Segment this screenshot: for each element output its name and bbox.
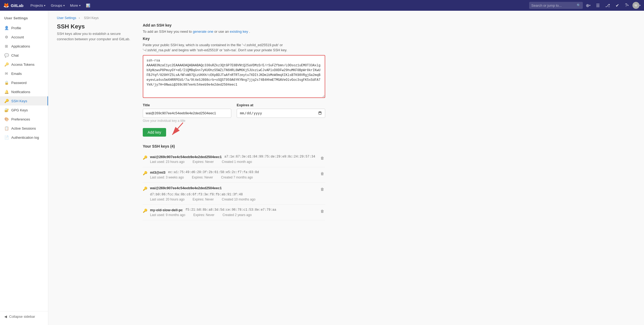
breadcrumb-separator: ›: [79, 16, 80, 20]
key-last-used: Last used: 23 hours ago: [150, 160, 185, 164]
sidebar-item-gpg-keys[interactable]: 🔐 GPG Keys: [0, 105, 48, 115]
subtitle-text: SSH keys allow you to establish a secure…: [57, 32, 130, 41]
key-info: wai@269c907ee4c54eeb9e4e2ded2504eec1 a7:…: [150, 155, 317, 164]
delete-key-button[interactable]: 🗑: [319, 208, 325, 214]
expires-label: Expires at: [237, 103, 325, 107]
title-group: Title Give your individual key a title: [143, 103, 231, 123]
sidebar-label-chat: Chat: [11, 53, 19, 57]
expires-input[interactable]: [237, 109, 325, 118]
user-avatar-btn[interactable]: W ▾: [632, 1, 641, 10]
sidebar-item-preferences[interactable]: 🎨 Preferences: [0, 115, 48, 124]
key-name: ml3@ml3: [150, 170, 165, 174]
generate-link[interactable]: generate one: [193, 30, 213, 34]
key-name: wai@269c907ee4c54eeb9e4e2ded2504eec1: [150, 186, 222, 190]
groups-label: Groups: [51, 3, 62, 8]
key-last-used: Last used: 20 hours ago: [150, 198, 185, 201]
key-created: Created 10 months ago: [222, 198, 255, 201]
key-icon: 🔑: [143, 187, 147, 191]
sidebar-item-profile[interactable]: 👤 Profile: [0, 23, 48, 32]
emails-icon: ✉: [4, 71, 9, 76]
ssh-keys-icon: 🔑: [4, 99, 9, 103]
merge-request-btn[interactable]: ⎇: [603, 1, 612, 10]
keys-section-title: Your SSH keys (4): [143, 144, 325, 148]
nav-groups[interactable]: Groups ▾: [48, 0, 67, 11]
nav-more[interactable]: More ▾: [67, 0, 83, 11]
brand-label: GitLab: [11, 3, 24, 8]
issues-icon: ✔: [616, 3, 619, 8]
breadcrumb: User Settings › SSH Keys: [57, 16, 635, 20]
sidebar-label-account: Account: [11, 35, 24, 39]
key-expires: Expires: Never: [192, 176, 213, 179]
key-expires: Expires: Never: [193, 213, 214, 217]
form-row: Title Give your individual key a title E…: [143, 103, 325, 123]
chevron-icon: ▾: [639, 4, 641, 7]
sidebar-label-gpg-keys: GPG Keys: [11, 108, 28, 112]
top-navbar: 🦊 GitLab Projects ▾ Groups ▾ More ▾ 📊 🔍 …: [0, 0, 644, 11]
sidebar-item-auth-log[interactable]: 📄 Authentication log: [0, 133, 48, 142]
collapse-sidebar-btn[interactable]: ◀ Collapse sidebar: [0, 311, 48, 322]
todo-btn[interactable]: ☰: [594, 1, 602, 10]
delete-key-button[interactable]: 🗑: [319, 170, 325, 177]
more-label: More: [70, 3, 78, 8]
search-input[interactable]: [529, 2, 583, 9]
key-meta: Last used: 9 months ago Expires: Never C…: [150, 213, 317, 217]
key-fingerprint: d7:b0:86:fcc:6a:0b:c6:6f:f3:3e:f8:fb:ab:…: [150, 193, 243, 196]
key-textarea[interactable]: ssh-rsa AAAAB3NzaC1yc2EAAAADAQABAABAQc33…: [143, 55, 325, 98]
issues-btn[interactable]: ✔: [613, 1, 621, 10]
nav-projects[interactable]: Projects ▾: [28, 0, 48, 11]
sidebar-item-notifications[interactable]: 🔔 Notifications: [0, 87, 48, 96]
sidebar-item-active-sessions[interactable]: 📋 Active Sessions: [0, 124, 48, 133]
gitlab-logo: 🦊: [3, 2, 9, 8]
preferences-icon: 🎨: [4, 117, 9, 121]
chat-icon: 💬: [4, 53, 9, 57]
key-desc: Paste your public SSH key, which is usua…: [143, 42, 325, 53]
sidebar-item-applications[interactable]: ⊞ Applications: [0, 42, 48, 51]
sidebar-title: User Settings: [0, 14, 48, 23]
sidebar-label-password: Password: [11, 81, 27, 85]
key-name-row: wai@269c907ee4c54eeb9e4e2ded2504eec1 d7:…: [150, 186, 317, 196]
svg-line-1: [172, 123, 183, 135]
delete-key-button[interactable]: 🗑: [319, 186, 325, 192]
sidebar-label-access-tokens: Access Tokens: [11, 63, 34, 67]
existing-link[interactable]: existing key: [230, 30, 248, 34]
key-icon: 🔑: [143, 209, 147, 213]
key-name: my-old-slow-dell-pc: [150, 208, 183, 212]
plus-menu-btn[interactable]: ⊕ ▾: [584, 1, 592, 10]
brand[interactable]: 🦊 GitLab: [3, 2, 24, 8]
plus-icon: ⊕: [586, 3, 589, 8]
sidebar-item-password[interactable]: 🔒 Password: [0, 78, 48, 87]
breadcrumb-parent[interactable]: User Settings: [57, 16, 76, 20]
main-content: User Settings › SSH Keys SSH Keys SSH ke…: [48, 11, 644, 325]
sidebar-item-chat[interactable]: 💬 Chat: [0, 51, 48, 60]
collapse-icon: ◀: [4, 315, 7, 319]
help-btn[interactable]: ? ▾: [623, 1, 631, 10]
key-label: Key: [143, 36, 325, 41]
title-hint: Give your individual key a title: [143, 119, 231, 123]
add-key-button[interactable]: Add key: [143, 128, 166, 137]
sidebar-item-account[interactable]: ⚙ Account: [0, 32, 48, 42]
chevron-down-icon: ▾: [63, 4, 65, 7]
sidebar-label-emails: Emails: [11, 72, 22, 76]
access-tokens-icon: 🔑: [4, 62, 9, 67]
applications-icon: ⊞: [4, 44, 9, 48]
title-label: Title: [143, 103, 231, 107]
key-meta: Last used: 20 hours ago Expires: Never C…: [150, 198, 317, 201]
title-input[interactable]: [143, 109, 231, 118]
key-created: Created 7 months ago: [221, 176, 253, 179]
active-sessions-icon: 📋: [4, 126, 9, 130]
delete-key-button[interactable]: 🗑: [319, 155, 325, 161]
key-meta: Last used: 23 hours ago Expires: Never C…: [150, 160, 317, 164]
sidebar-item-ssh-keys[interactable]: 🔑 SSH Keys: [0, 96, 48, 105]
table-row: 🔑 my-old-slow-dell-pc f5:21:b8:8b:a8:3d:…: [143, 205, 325, 220]
projects-label: Projects: [31, 3, 43, 8]
notifications-icon: 🔔: [4, 90, 9, 94]
chevron-icon: ▾: [589, 4, 591, 7]
expires-group: Expires at: [237, 103, 325, 118]
key-name: wai@269c907ee4c54eeb9e4e2ded2504eec1: [150, 155, 222, 159]
sidebar-label-ssh-keys: SSH Keys: [11, 99, 27, 103]
sidebar-item-access-tokens[interactable]: 🔑 Access Tokens: [0, 60, 48, 69]
sidebar-item-emails[interactable]: ✉ Emails: [0, 69, 48, 78]
desc-post: .: [249, 30, 250, 34]
nav-activity[interactable]: 📊: [83, 0, 93, 11]
table-row: 🔑 wai@269c907ee4c54eeb9e4e2ded2504eec1 d…: [143, 183, 325, 205]
